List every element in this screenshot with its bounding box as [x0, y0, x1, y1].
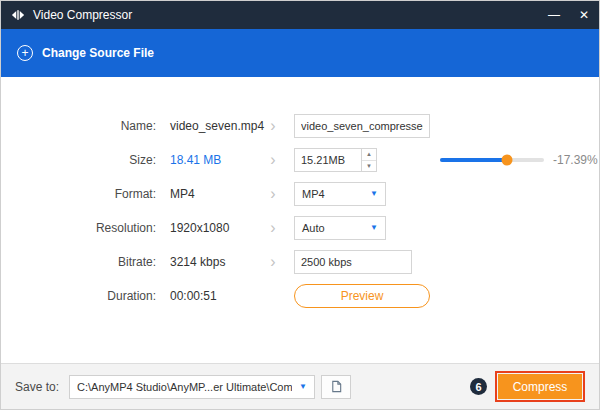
bitrate-input[interactable]: [294, 250, 412, 274]
size-label: Size:: [1, 153, 156, 167]
resolution-dropdown[interactable]: Auto ▼: [294, 216, 386, 240]
save-path-value: C:\AnyMP4 Studio\AnyMP...er Ultimate\Com…: [77, 381, 292, 393]
source-resolution-value: 1920x1080: [170, 221, 258, 235]
source-duration-value: 00:00:51: [170, 289, 258, 303]
save-to-label: Save to:: [15, 380, 59, 394]
preview-button[interactable]: Preview: [294, 284, 430, 308]
footer-bar: Save to: C:\AnyMP4 Studio\AnyMP...er Ult…: [1, 363, 599, 409]
browse-folder-button[interactable]: [321, 375, 351, 399]
source-name-value: video_seven.mp4: [170, 119, 258, 133]
video-compressor-icon: [11, 8, 25, 22]
size-spin-down-button[interactable]: ▼: [362, 161, 376, 172]
target-size-input[interactable]: [295, 149, 361, 171]
size-slider-fill: [440, 158, 507, 162]
format-dropdown-value: MP4: [302, 188, 325, 200]
chevron-right-icon: ›: [258, 152, 288, 168]
duration-label: Duration:: [1, 289, 156, 303]
video-compressor-window: Video Compressor — ✕ + Change Source Fil…: [0, 0, 600, 410]
row-duration: Duration: 00:00:51 Preview: [1, 279, 599, 313]
bitrate-label: Bitrate:: [1, 255, 156, 269]
size-slider-track[interactable]: [440, 158, 544, 162]
plus-circle-icon: +: [17, 45, 33, 61]
close-button[interactable]: ✕: [569, 1, 599, 29]
format-label: Format:: [1, 187, 156, 201]
dropdown-arrow-icon: ▼: [299, 383, 307, 391]
size-spin-up-button[interactable]: ▲: [362, 149, 376, 161]
row-resolution: Resolution: 1920x1080 › Auto ▼: [1, 211, 599, 245]
output-name-input[interactable]: [294, 114, 430, 138]
compress-button[interactable]: Compress: [498, 374, 582, 399]
step-badge: 6: [470, 378, 487, 395]
source-size-value: 18.41 MB: [170, 153, 258, 167]
compress-highlight-outline: Compress: [495, 371, 585, 402]
browse-folder-icon: [330, 380, 343, 393]
chevron-right-icon: ›: [258, 118, 288, 134]
window-title: Video Compressor: [33, 8, 539, 22]
main-panel: Name: video_seven.mp4 › Size: 18.41 MB ›…: [1, 77, 599, 363]
row-size: Size: 18.41 MB › ▲ ▼ -17.39%: [1, 143, 599, 177]
change-source-file-label: Change Source File: [42, 46, 154, 60]
save-path-dropdown[interactable]: C:\AnyMP4 Studio\AnyMP...er Ultimate\Com…: [69, 375, 315, 399]
row-format: Format: MP4 › MP4 ▼: [1, 177, 599, 211]
chevron-right-icon: ›: [258, 220, 288, 236]
change-source-file-button[interactable]: + Change Source File: [17, 45, 154, 61]
format-dropdown[interactable]: MP4 ▼: [294, 182, 386, 206]
size-reduction-percent: -17.39%: [553, 153, 598, 167]
row-name: Name: video_seven.mp4 ›: [1, 109, 599, 143]
chevron-right-icon: ›: [258, 254, 288, 270]
resolution-label: Resolution:: [1, 221, 156, 235]
resolution-dropdown-value: Auto: [302, 222, 325, 234]
titlebar: Video Compressor — ✕: [1, 1, 599, 29]
source-bitrate-value: 3214 kbps: [170, 255, 258, 269]
size-slider-handle[interactable]: [501, 155, 512, 166]
name-label: Name:: [1, 119, 156, 133]
chevron-right-icon: ›: [258, 186, 288, 202]
minimize-button[interactable]: —: [539, 1, 569, 29]
row-bitrate: Bitrate: 3214 kbps ›: [1, 245, 599, 279]
source-format-value: MP4: [170, 187, 258, 201]
target-size-spinner: ▲ ▼: [294, 148, 377, 172]
size-slider[interactable]: [440, 158, 544, 162]
dropdown-arrow-icon: ▼: [370, 190, 378, 198]
dropdown-arrow-icon: ▼: [370, 224, 378, 232]
header-bar: + Change Source File: [1, 29, 599, 77]
